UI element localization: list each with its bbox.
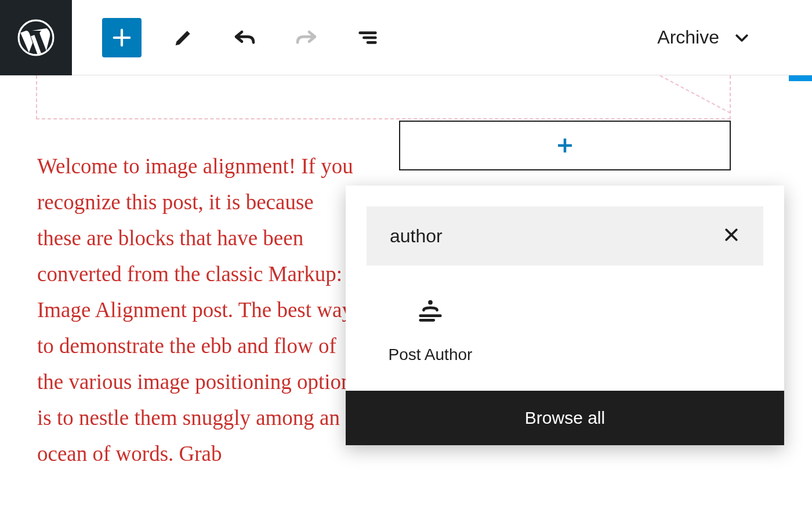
pencil-icon <box>172 26 195 49</box>
svg-point-1 <box>428 300 433 305</box>
block-option-post-author[interactable]: Post Author <box>367 298 494 364</box>
post-paragraph[interactable]: Welcome to image alignment! If you recog… <box>37 148 362 472</box>
undo-button[interactable] <box>225 18 264 57</box>
block-option-label: Post Author <box>389 346 473 364</box>
block-appender-button[interactable] <box>399 121 731 170</box>
browse-all-label: Browse all <box>525 408 605 428</box>
add-block-toggle-button[interactable] <box>102 18 142 57</box>
list-view-icon <box>356 26 379 49</box>
wordpress-logo[interactable] <box>0 0 72 75</box>
post-author-icon <box>417 298 444 325</box>
block-inserter-popover: Post Author Browse all <box>346 186 784 445</box>
editor-toolbar: Archive <box>0 0 812 75</box>
close-icon <box>723 226 740 243</box>
plus-icon <box>554 135 575 156</box>
inserter-search-input[interactable] <box>390 226 723 247</box>
document-title-dropdown[interactable]: Archive <box>657 0 751 75</box>
toolbar-left-tools <box>102 18 387 57</box>
selected-block-outline <box>36 75 731 119</box>
redo-icon <box>295 26 318 49</box>
undo-icon <box>233 26 256 49</box>
editor-canvas[interactable]: Welcome to image alignment! If you recog… <box>0 75 812 520</box>
chevron-down-icon <box>733 29 751 46</box>
accent-indicator <box>789 75 812 81</box>
document-title: Archive <box>657 27 719 48</box>
wordpress-icon <box>17 19 55 56</box>
plus-icon <box>110 26 133 49</box>
browse-all-button[interactable]: Browse all <box>346 391 784 445</box>
edit-tool-button[interactable] <box>164 18 203 57</box>
inserter-search-box <box>367 206 763 266</box>
block-outline-diagonal <box>606 75 730 119</box>
redo-button[interactable] <box>287 18 326 57</box>
inserter-results: Post Author <box>346 286 784 391</box>
list-view-button[interactable] <box>348 18 387 57</box>
inserter-search-row <box>346 186 784 286</box>
clear-search-button[interactable] <box>723 226 740 246</box>
